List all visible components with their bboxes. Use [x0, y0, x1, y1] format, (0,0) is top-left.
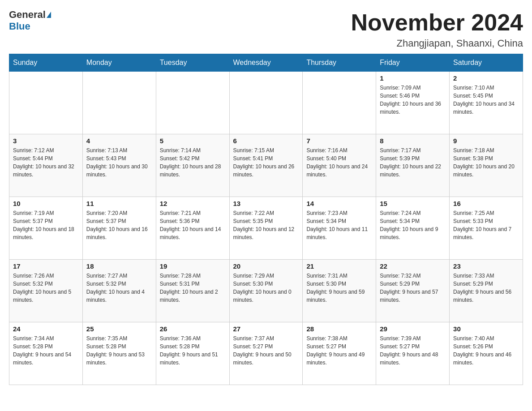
day-info: Sunrise: 7:34 AM Sunset: 5:28 PM Dayligh…: [13, 334, 79, 367]
day-number: 8: [380, 137, 446, 145]
calendar-cell: 14Sunrise: 7:23 AM Sunset: 5:34 PM Dayli…: [303, 197, 376, 260]
day-number: 2: [453, 74, 519, 82]
day-number: 9: [453, 137, 519, 145]
calendar-cell: [229, 72, 303, 134]
day-info: Sunrise: 7:15 AM Sunset: 5:41 PM Dayligh…: [233, 146, 299, 179]
day-number: 23: [453, 262, 519, 270]
calendar-cell: 26Sunrise: 7:36 AM Sunset: 5:28 PM Dayli…: [156, 322, 229, 385]
calendar-cell: 13Sunrise: 7:22 AM Sunset: 5:35 PM Dayli…: [229, 197, 303, 260]
calendar-cell: 9Sunrise: 7:18 AM Sunset: 5:38 PM Daylig…: [450, 134, 523, 197]
day-number: 28: [306, 325, 372, 333]
calendar-cell: 4Sunrise: 7:13 AM Sunset: 5:43 PM Daylig…: [82, 134, 156, 197]
calendar-cell: 3Sunrise: 7:12 AM Sunset: 5:44 PM Daylig…: [9, 134, 83, 197]
day-header-thursday: Thursday: [303, 54, 376, 72]
day-info: Sunrise: 7:19 AM Sunset: 5:37 PM Dayligh…: [13, 209, 79, 241]
calendar-cell: 7Sunrise: 7:16 AM Sunset: 5:40 PM Daylig…: [303, 134, 376, 197]
calendar-cell: 5Sunrise: 7:14 AM Sunset: 5:42 PM Daylig…: [156, 134, 229, 197]
calendar-cell: 17Sunrise: 7:26 AM Sunset: 5:32 PM Dayli…: [9, 260, 83, 322]
day-info: Sunrise: 7:10 AM Sunset: 5:45 PM Dayligh…: [453, 84, 519, 116]
calendar-cell: 27Sunrise: 7:37 AM Sunset: 5:27 PM Dayli…: [229, 322, 303, 385]
day-number: 20: [233, 262, 299, 270]
day-number: 16: [453, 200, 519, 207]
logo-blue-text: Blue: [9, 21, 30, 32]
calendar-cell: 18Sunrise: 7:27 AM Sunset: 5:32 PM Dayli…: [82, 260, 156, 322]
day-info: Sunrise: 7:20 AM Sunset: 5:37 PM Dayligh…: [86, 209, 152, 241]
day-number: 11: [86, 200, 152, 207]
day-number: 14: [306, 200, 372, 207]
day-header-sunday: Sunday: [9, 54, 83, 72]
day-header-wednesday: Wednesday: [229, 54, 303, 72]
day-info: Sunrise: 7:18 AM Sunset: 5:38 PM Dayligh…: [453, 146, 519, 179]
calendar-week-row: 10Sunrise: 7:19 AM Sunset: 5:37 PM Dayli…: [9, 197, 523, 260]
day-info: Sunrise: 7:39 AM Sunset: 5:27 PM Dayligh…: [380, 334, 446, 367]
logo: General Blue: [9, 9, 51, 32]
day-info: Sunrise: 7:40 AM Sunset: 5:26 PM Dayligh…: [453, 334, 519, 367]
day-number: 12: [160, 200, 226, 207]
day-number: 13: [233, 200, 299, 207]
location: Zhangjiapan, Shaanxi, China: [351, 38, 523, 49]
calendar-table: SundayMondayTuesdayWednesdayThursdayFrid…: [9, 54, 523, 385]
calendar-cell: [9, 72, 83, 134]
month-title: November 2024: [351, 9, 523, 36]
calendar-cell: 19Sunrise: 7:28 AM Sunset: 5:31 PM Dayli…: [156, 260, 229, 322]
calendar-cell: [156, 72, 229, 134]
day-number: 18: [86, 262, 152, 270]
day-number: 7: [306, 137, 372, 145]
calendar-cell: 30Sunrise: 7:40 AM Sunset: 5:26 PM Dayli…: [450, 322, 523, 385]
calendar-cell: 16Sunrise: 7:25 AM Sunset: 5:33 PM Dayli…: [450, 197, 523, 260]
day-number: 17: [13, 262, 79, 270]
day-info: Sunrise: 7:17 AM Sunset: 5:39 PM Dayligh…: [380, 146, 446, 179]
logo-general-text: General: [9, 9, 46, 21]
day-number: 5: [160, 137, 226, 145]
calendar-cell: 25Sunrise: 7:35 AM Sunset: 5:28 PM Dayli…: [82, 322, 156, 385]
day-info: Sunrise: 7:09 AM Sunset: 5:46 PM Dayligh…: [380, 84, 446, 116]
calendar-week-row: 24Sunrise: 7:34 AM Sunset: 5:28 PM Dayli…: [9, 322, 523, 385]
day-header-friday: Friday: [376, 54, 450, 72]
calendar-cell: 20Sunrise: 7:29 AM Sunset: 5:30 PM Dayli…: [229, 260, 303, 322]
calendar-cell: [303, 72, 376, 134]
day-number: 15: [380, 200, 446, 207]
day-header-monday: Monday: [82, 54, 156, 72]
day-info: Sunrise: 7:37 AM Sunset: 5:27 PM Dayligh…: [233, 334, 299, 367]
calendar-week-row: 3Sunrise: 7:12 AM Sunset: 5:44 PM Daylig…: [9, 134, 523, 197]
calendar-cell: 23Sunrise: 7:33 AM Sunset: 5:29 PM Dayli…: [450, 260, 523, 322]
page-header: General Blue November 2024 Zhangjiapan, …: [9, 9, 523, 49]
calendar-cell: 1Sunrise: 7:09 AM Sunset: 5:46 PM Daylig…: [376, 72, 450, 134]
calendar-cell: 12Sunrise: 7:21 AM Sunset: 5:36 PM Dayli…: [156, 197, 229, 260]
day-info: Sunrise: 7:16 AM Sunset: 5:40 PM Dayligh…: [306, 146, 372, 179]
calendar-cell: 11Sunrise: 7:20 AM Sunset: 5:37 PM Dayli…: [82, 197, 156, 260]
day-info: Sunrise: 7:14 AM Sunset: 5:42 PM Dayligh…: [160, 146, 226, 179]
calendar-week-row: 17Sunrise: 7:26 AM Sunset: 5:32 PM Dayli…: [9, 260, 523, 322]
calendar-cell: 8Sunrise: 7:17 AM Sunset: 5:39 PM Daylig…: [376, 134, 450, 197]
day-number: 24: [13, 325, 79, 333]
day-header-tuesday: Tuesday: [156, 54, 229, 72]
day-number: 25: [86, 325, 152, 333]
calendar-cell: 22Sunrise: 7:32 AM Sunset: 5:29 PM Dayli…: [376, 260, 450, 322]
day-info: Sunrise: 7:25 AM Sunset: 5:33 PM Dayligh…: [453, 209, 519, 241]
day-info: Sunrise: 7:36 AM Sunset: 5:28 PM Dayligh…: [160, 334, 226, 367]
day-number: 6: [233, 137, 299, 145]
day-info: Sunrise: 7:22 AM Sunset: 5:35 PM Dayligh…: [233, 209, 299, 241]
calendar-cell: 29Sunrise: 7:39 AM Sunset: 5:27 PM Dayli…: [376, 322, 450, 385]
calendar-cell: 15Sunrise: 7:24 AM Sunset: 5:34 PM Dayli…: [376, 197, 450, 260]
day-info: Sunrise: 7:24 AM Sunset: 5:34 PM Dayligh…: [380, 209, 446, 241]
day-number: 27: [233, 325, 299, 333]
title-section: November 2024 Zhangjiapan, Shaanxi, Chin…: [351, 9, 523, 49]
calendar-week-row: 1Sunrise: 7:09 AM Sunset: 5:46 PM Daylig…: [9, 72, 523, 134]
calendar-cell: 2Sunrise: 7:10 AM Sunset: 5:45 PM Daylig…: [450, 72, 523, 134]
day-info: Sunrise: 7:29 AM Sunset: 5:30 PM Dayligh…: [233, 272, 299, 304]
calendar-cell: 21Sunrise: 7:31 AM Sunset: 5:30 PM Dayli…: [303, 260, 376, 322]
day-info: Sunrise: 7:32 AM Sunset: 5:29 PM Dayligh…: [380, 272, 446, 304]
day-header-saturday: Saturday: [450, 54, 523, 72]
day-info: Sunrise: 7:12 AM Sunset: 5:44 PM Dayligh…: [13, 146, 79, 179]
day-info: Sunrise: 7:23 AM Sunset: 5:34 PM Dayligh…: [306, 209, 372, 241]
day-number: 30: [453, 325, 519, 333]
calendar-cell: 28Sunrise: 7:38 AM Sunset: 5:27 PM Dayli…: [303, 322, 376, 385]
calendar-cell: 10Sunrise: 7:19 AM Sunset: 5:37 PM Dayli…: [9, 197, 83, 260]
day-info: Sunrise: 7:33 AM Sunset: 5:29 PM Dayligh…: [453, 272, 519, 304]
day-info: Sunrise: 7:21 AM Sunset: 5:36 PM Dayligh…: [160, 209, 226, 241]
day-info: Sunrise: 7:38 AM Sunset: 5:27 PM Dayligh…: [306, 334, 372, 367]
day-number: 21: [306, 262, 372, 270]
day-info: Sunrise: 7:27 AM Sunset: 5:32 PM Dayligh…: [86, 272, 152, 304]
day-info: Sunrise: 7:31 AM Sunset: 5:30 PM Dayligh…: [306, 272, 372, 304]
